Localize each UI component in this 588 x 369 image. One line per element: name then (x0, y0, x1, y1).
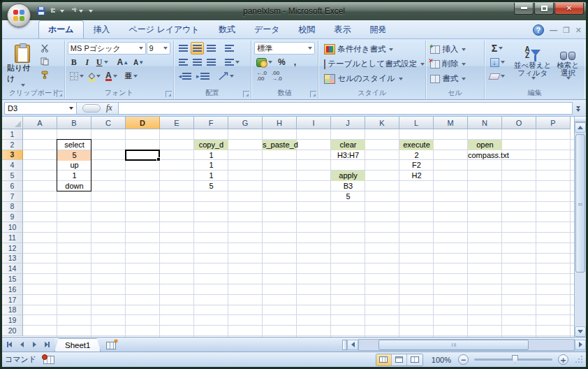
merge-center-button[interactable] (223, 56, 242, 68)
cell-B3[interactable]: 5 (57, 150, 91, 161)
align-center-button[interactable] (191, 56, 204, 68)
conditional-formatting-button[interactable]: 条件付き書式 (321, 42, 422, 57)
vertical-scrollbar[interactable] (574, 117, 586, 337)
orientation-button[interactable] (216, 70, 236, 82)
row-header-9[interactable]: 9 (2, 212, 23, 222)
page-layout-view-button[interactable] (392, 354, 407, 366)
cell-B2[interactable]: select (57, 140, 91, 150)
percent-button[interactable]: % (275, 56, 288, 68)
decrease-decimal-button[interactable]: .00 →.0 (270, 70, 284, 82)
increase-indent-button[interactable]: ▸ (194, 70, 212, 82)
cell-J6[interactable]: B3 (331, 181, 365, 191)
next-sheet-button[interactable] (29, 340, 41, 350)
accounting-dropdown-icon[interactable] (268, 61, 272, 64)
fill-color-dropdown-icon[interactable] (96, 75, 101, 78)
align-right-button[interactable] (205, 56, 218, 68)
column-header-M[interactable]: M (434, 117, 468, 129)
help-button[interactable]: ? (533, 24, 544, 36)
prev-sheet-button[interactable] (16, 340, 28, 350)
row-header-11[interactable]: 11 (2, 233, 23, 243)
sheet-tab-sheet1[interactable]: Sheet1 (54, 338, 101, 352)
find-select-button[interactable]: 検索と 選択 (554, 42, 582, 89)
office-button[interactable] (7, 3, 31, 27)
tab-insert[interactable]: 挿入 (84, 21, 119, 38)
font-name-combo[interactable]: MS Pゴシック (68, 42, 146, 55)
row-header-4[interactable]: 4 (2, 160, 23, 171)
clear-button[interactable] (487, 70, 507, 82)
cell-J7[interactable]: 5 (331, 191, 365, 202)
row-header-2[interactable]: 2 (2, 140, 23, 150)
maximize-button[interactable] (534, 3, 554, 15)
increase-decimal-button[interactable]: ←.0 .00 (254, 70, 269, 82)
borders-dropdown-icon[interactable] (80, 75, 84, 78)
phonetic-dropdown-icon[interactable] (133, 75, 138, 78)
undo-button[interactable] (48, 6, 66, 16)
vertical-scroll-thumb[interactable] (575, 134, 585, 273)
delete-cells-button[interactable]: ✕ 削除 (429, 57, 481, 71)
customize-qat-button[interactable] (86, 9, 94, 13)
cell-L2[interactable]: execute (399, 140, 434, 150)
row-header-1[interactable]: 1 (2, 129, 23, 140)
cell-B6[interactable]: down (57, 181, 91, 191)
shrink-font-button[interactable]: A▼ (131, 56, 146, 68)
column-header-J[interactable]: J (331, 117, 365, 129)
insert-function-button[interactable]: fx (106, 103, 112, 113)
zoom-out-button[interactable]: − (458, 354, 469, 365)
phonetic-button[interactable]: 亜 (123, 70, 140, 82)
row-header-6[interactable]: 6 (2, 181, 23, 191)
column-header-D[interactable]: D (126, 117, 160, 129)
cell-styles-button[interactable]: セルのスタイル (321, 71, 422, 86)
column-header-L[interactable]: L (399, 117, 434, 129)
font-dialog-launcher[interactable] (166, 91, 172, 97)
cell-B4[interactable]: up (57, 160, 91, 171)
copy-button[interactable] (38, 55, 51, 68)
sort-filter-button[interactable]: A Z 並べ替えと フィルタ (511, 42, 554, 89)
grow-font-button[interactable]: A▲ (115, 56, 131, 68)
align-left-button[interactable] (177, 56, 190, 68)
scroll-down-button[interactable] (575, 326, 586, 337)
fill-button[interactable]: ↓ (487, 56, 507, 68)
insert-cells-button[interactable]: ＋ 挿入 (429, 42, 481, 57)
bold-button[interactable]: B (68, 56, 80, 68)
column-header-N[interactable]: N (468, 117, 502, 129)
align-top-button[interactable] (177, 42, 190, 55)
formula-bar-handle[interactable] (82, 104, 101, 113)
row-header-7[interactable]: 7 (2, 191, 23, 202)
cell-L5[interactable]: H2 (399, 171, 434, 181)
font-size-combo[interactable]: 9 (147, 42, 170, 55)
vertical-scroll-track[interactable] (575, 133, 586, 326)
column-header-H[interactable]: H (263, 117, 297, 129)
underline-button[interactable]: U (94, 56, 110, 68)
zoom-slider-track[interactable] (474, 359, 552, 361)
column-header-K[interactable]: K (365, 117, 399, 129)
row-header-3[interactable]: 3 (2, 150, 23, 161)
cell-grid[interactable]: select5up1downcopy_d1115s_paste_dclearH3… (23, 129, 574, 337)
workbook-restore-button[interactable]: ❐ (563, 26, 570, 35)
cell-L3[interactable]: 2 (399, 150, 434, 161)
row-header-18[interactable]: 18 (2, 305, 23, 316)
cell-H2[interactable]: s_paste_d (263, 140, 297, 150)
font-color-button[interactable]: A (103, 70, 119, 82)
row-header-17[interactable]: 17 (2, 295, 23, 305)
paste-button[interactable]: 貼り付け (6, 42, 38, 89)
fill-color-button[interactable]: ◇ (87, 70, 103, 82)
last-sheet-button[interactable] (41, 340, 53, 350)
save-button[interactable] (36, 6, 47, 16)
row-header-16[interactable]: 16 (2, 284, 23, 295)
horizontal-split-handle[interactable] (342, 340, 347, 350)
first-sheet-button[interactable] (3, 340, 15, 350)
number-format-combo[interactable]: 標準 (254, 42, 315, 55)
select-all-corner[interactable] (2, 117, 23, 129)
underline-dropdown-icon[interactable] (104, 61, 108, 64)
cell-J3[interactable]: H3:H7 (331, 150, 365, 161)
clipboard-dialog-launcher[interactable] (57, 91, 63, 97)
font-color-dropdown-icon[interactable] (113, 75, 117, 78)
selected-cell-D3[interactable] (125, 150, 160, 161)
cell-B5[interactable]: 1 (57, 171, 91, 181)
comma-button[interactable]: , (288, 56, 301, 68)
cell-F6[interactable]: 5 (194, 181, 228, 191)
orientation-dropdown-icon[interactable] (230, 75, 234, 78)
tab-view[interactable]: 表示 (325, 21, 360, 38)
column-header-I[interactable]: I (297, 117, 331, 129)
horizontal-scroll-track[interactable] (358, 339, 575, 351)
